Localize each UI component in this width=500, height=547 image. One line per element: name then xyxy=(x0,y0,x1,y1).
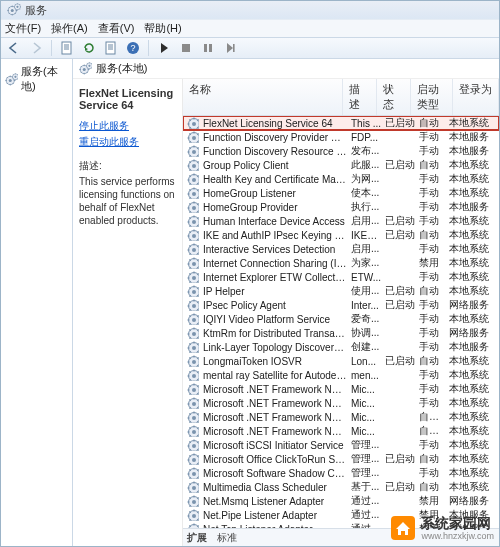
menu-view[interactable]: 查看(V) xyxy=(98,21,135,36)
restart-button[interactable] xyxy=(221,39,239,57)
pause-button[interactable] xyxy=(199,39,217,57)
service-row[interactable]: IQIYI Video Platform Service爱奇...手动本地系统 xyxy=(183,312,499,326)
service-row[interactable]: Internet Explorer ETW Collector Ser...ET… xyxy=(183,270,499,284)
cell-start: 手动 xyxy=(419,172,449,186)
cell-name: Microsoft .NET Framework NGEN v... xyxy=(203,412,351,423)
stop-link[interactable]: 停止此服务 xyxy=(79,119,176,133)
service-row[interactable]: IPsec Policy AgentInter...已启动手动网络服务 xyxy=(183,298,499,312)
cell-name: IPsec Policy Agent xyxy=(203,300,351,311)
refresh-button[interactable] xyxy=(80,39,98,57)
service-row[interactable]: FlexNet Licensing Service 64This ...已启动自… xyxy=(183,116,499,130)
cell-desc: 基于... xyxy=(351,480,385,494)
service-row[interactable]: Internet Connection Sharing (ICS)为家...禁用… xyxy=(183,256,499,270)
service-row[interactable]: Link-Layer Topology Discovery Ma...创建...… xyxy=(183,340,499,354)
service-row[interactable]: KtmRm for Distributed Transaction ...协调.… xyxy=(183,326,499,340)
service-row[interactable]: Microsoft .NET Framework NGEN v...Mic...… xyxy=(183,382,499,396)
cell-desc: 创建... xyxy=(351,340,385,354)
cell-logon: 网络服务 xyxy=(449,326,495,340)
col-logon[interactable]: 登录为 xyxy=(453,79,499,115)
back-button[interactable] xyxy=(5,39,23,57)
cell-start: 自动 xyxy=(419,452,449,466)
service-row[interactable]: Microsoft Office ClickToRun Service管理...… xyxy=(183,452,499,466)
cell-name: HomeGroup Provider xyxy=(203,202,351,213)
gear-icon xyxy=(187,159,199,171)
service-row[interactable]: Group Policy Client此服...已启动自动本地系统 xyxy=(183,158,499,172)
service-row[interactable]: Microsoft iSCSI Initiator Service管理...手动… xyxy=(183,438,499,452)
nav-tree: 服务(本地) xyxy=(1,59,73,546)
restart-link[interactable]: 重启动此服务 xyxy=(79,135,176,149)
service-row[interactable]: Function Discovery Resource Publi...发布..… xyxy=(183,144,499,158)
gear-icon xyxy=(187,453,199,465)
service-row[interactable]: HomeGroup Provider执行...手动本地服务 xyxy=(183,200,499,214)
cell-start: 自动(延迟... xyxy=(419,424,449,438)
cell-name: Microsoft .NET Framework NGEN v... xyxy=(203,384,351,395)
forward-button[interactable] xyxy=(27,39,45,57)
tab-standard[interactable]: 标准 xyxy=(217,531,237,545)
cell-logon: 本地服务 xyxy=(449,144,495,158)
col-desc[interactable]: 描述 xyxy=(343,79,377,115)
detail-panel: FlexNet Licensing Service 64 停止此服务 重启动此服… xyxy=(73,79,183,546)
cell-name: Microsoft Software Shadow Copy P... xyxy=(203,468,351,479)
service-row[interactable]: Human Interface Device Access启用...已启动手动本… xyxy=(183,214,499,228)
service-row[interactable]: Multimedia Class Scheduler基于...已启动自动本地系统 xyxy=(183,480,499,494)
cell-logon: 本地系统 xyxy=(449,284,495,298)
watermark: 系统家园网 www.hnzxkjw.com xyxy=(391,515,494,541)
cell-name: Internet Connection Sharing (ICS) xyxy=(203,258,351,269)
cell-name: Microsoft .NET Framework NGEN v... xyxy=(203,398,351,409)
service-row[interactable]: Interactive Services Detection启用...手动本地系… xyxy=(183,242,499,256)
cell-status: 已启动 xyxy=(385,452,419,466)
service-row[interactable]: Microsoft .NET Framework NGEN v...Mic...… xyxy=(183,410,499,424)
service-row[interactable]: LongmaiToken IOSVRLon...已启动自动本地系统 xyxy=(183,354,499,368)
service-row[interactable]: Microsoft .NET Framework NGEN v...Mic...… xyxy=(183,424,499,438)
cell-start: 手动 xyxy=(419,130,449,144)
menu-file[interactable]: 文件(F) xyxy=(5,21,41,36)
service-row[interactable]: Microsoft .NET Framework NGEN v...Mic...… xyxy=(183,396,499,410)
cell-desc: 爱奇... xyxy=(351,312,385,326)
service-row[interactable]: IKE and AuthIP IPsec Keying Modul...IKEE… xyxy=(183,228,499,242)
start-button[interactable] xyxy=(155,39,173,57)
service-row[interactable]: Health Key and Certificate Manage...为网..… xyxy=(183,172,499,186)
gear-icon xyxy=(187,383,199,395)
service-row[interactable]: HomeGroup Listener使本...手动本地系统 xyxy=(183,186,499,200)
menu-help[interactable]: 帮助(H) xyxy=(144,21,181,36)
cell-status: 已启动 xyxy=(385,298,419,312)
window-title: 服务 xyxy=(25,3,47,18)
service-row[interactable]: Microsoft Software Shadow Copy P...管理...… xyxy=(183,466,499,480)
cell-name: LongmaiToken IOSVR xyxy=(203,356,351,367)
cell-logon: 本地系统 xyxy=(449,396,495,410)
cell-logon: 本地系统 xyxy=(449,382,495,396)
gear-icon xyxy=(187,285,199,297)
cell-start: 自动 xyxy=(419,480,449,494)
cell-desc: 为家... xyxy=(351,256,385,270)
tree-root[interactable]: 服务(本地) xyxy=(3,63,70,95)
props-button[interactable] xyxy=(58,39,76,57)
path-crumb: 服务(本地) xyxy=(73,59,499,79)
service-row[interactable]: IP Helper使用...已启动自动本地系统 xyxy=(183,284,499,298)
watermark-url: www.hnzxkjw.com xyxy=(421,531,494,541)
menu-action[interactable]: 操作(A) xyxy=(51,21,88,36)
service-row[interactable]: Function Discovery Provider HostFDP...手动… xyxy=(183,130,499,144)
gear-icon xyxy=(187,467,199,479)
cell-logon: 本地系统 xyxy=(449,270,495,284)
service-row[interactable]: Net.Msmq Listener Adapter通过...禁用网络服务 xyxy=(183,494,499,508)
cell-name: KtmRm for Distributed Transaction ... xyxy=(203,328,351,339)
col-status[interactable]: 状态 xyxy=(377,79,411,115)
service-row[interactable]: mental ray Satellite for Autodesk 3...me… xyxy=(183,368,499,382)
list-body[interactable]: FlexNet Licensing Service 64This ...已启动自… xyxy=(183,116,499,528)
col-start[interactable]: 启动类型 xyxy=(411,79,453,115)
cell-logon: 本地系统 xyxy=(449,424,495,438)
cell-name: Function Discovery Provider Host xyxy=(203,132,351,143)
cell-logon: 本地服务 xyxy=(449,340,495,354)
gear-icon xyxy=(187,313,199,325)
tab-extended[interactable]: 扩展 xyxy=(187,531,207,545)
cell-desc: Mic... xyxy=(351,398,385,409)
cell-name: mental ray Satellite for Autodesk 3... xyxy=(203,370,351,381)
col-name[interactable]: 名称 xyxy=(183,79,343,115)
export-button[interactable] xyxy=(102,39,120,57)
service-list: 名称 描述 状态 启动类型 登录为 FlexNet Licensing Serv… xyxy=(183,79,499,546)
stop-button[interactable] xyxy=(177,39,195,57)
gear-icon xyxy=(187,355,199,367)
cell-start: 自动 xyxy=(419,116,449,130)
help-button[interactable] xyxy=(124,39,142,57)
cell-logon: 本地系统 xyxy=(449,116,495,130)
